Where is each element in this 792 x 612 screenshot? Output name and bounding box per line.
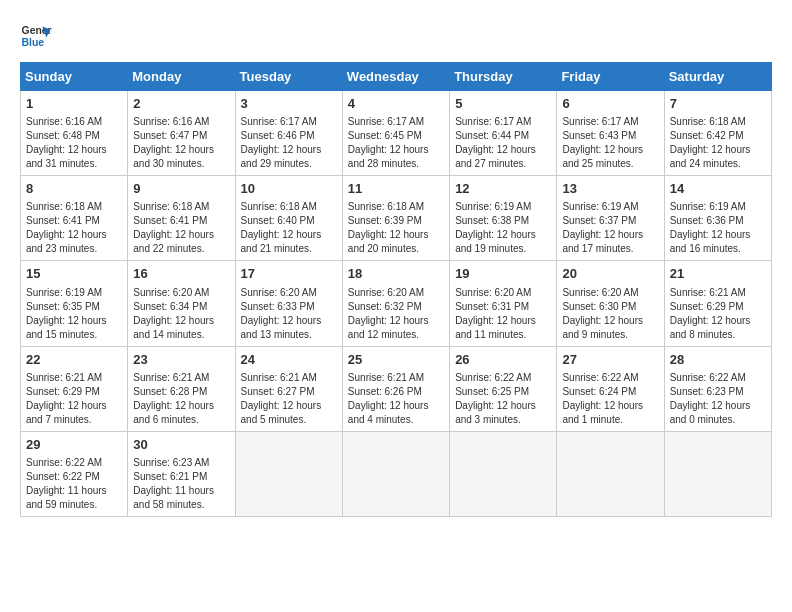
- day-number: 23: [133, 351, 229, 369]
- day-info: Sunrise: 6:16 AM Sunset: 6:47 PM Dayligh…: [133, 115, 229, 171]
- day-info: Sunrise: 6:20 AM Sunset: 6:30 PM Dayligh…: [562, 286, 658, 342]
- day-info: Sunrise: 6:18 AM Sunset: 6:39 PM Dayligh…: [348, 200, 444, 256]
- day-number: 22: [26, 351, 122, 369]
- day-cell-16: 16Sunrise: 6:20 AM Sunset: 6:34 PM Dayli…: [128, 261, 235, 346]
- calendar-week-row: 8Sunrise: 6:18 AM Sunset: 6:41 PM Daylig…: [21, 176, 772, 261]
- day-cell-29: 29Sunrise: 6:22 AM Sunset: 6:22 PM Dayli…: [21, 431, 128, 516]
- day-info: Sunrise: 6:18 AM Sunset: 6:41 PM Dayligh…: [26, 200, 122, 256]
- calendar-table: SundayMondayTuesdayWednesdayThursdayFrid…: [20, 62, 772, 517]
- day-info: Sunrise: 6:17 AM Sunset: 6:45 PM Dayligh…: [348, 115, 444, 171]
- day-cell-19: 19Sunrise: 6:20 AM Sunset: 6:31 PM Dayli…: [450, 261, 557, 346]
- day-info: Sunrise: 6:22 AM Sunset: 6:22 PM Dayligh…: [26, 456, 122, 512]
- day-info: Sunrise: 6:21 AM Sunset: 6:29 PM Dayligh…: [26, 371, 122, 427]
- day-info: Sunrise: 6:18 AM Sunset: 6:41 PM Dayligh…: [133, 200, 229, 256]
- col-header-sunday: Sunday: [21, 63, 128, 91]
- day-cell-4: 4Sunrise: 6:17 AM Sunset: 6:45 PM Daylig…: [342, 91, 449, 176]
- day-number: 17: [241, 265, 337, 283]
- calendar-week-row: 29Sunrise: 6:22 AM Sunset: 6:22 PM Dayli…: [21, 431, 772, 516]
- day-info: Sunrise: 6:21 AM Sunset: 6:29 PM Dayligh…: [670, 286, 766, 342]
- day-info: Sunrise: 6:18 AM Sunset: 6:42 PM Dayligh…: [670, 115, 766, 171]
- page-header: General Blue: [20, 20, 772, 52]
- day-cell-20: 20Sunrise: 6:20 AM Sunset: 6:30 PM Dayli…: [557, 261, 664, 346]
- day-cell-3: 3Sunrise: 6:17 AM Sunset: 6:46 PM Daylig…: [235, 91, 342, 176]
- day-number: 5: [455, 95, 551, 113]
- day-info: Sunrise: 6:21 AM Sunset: 6:26 PM Dayligh…: [348, 371, 444, 427]
- day-number: 19: [455, 265, 551, 283]
- day-cell-6: 6Sunrise: 6:17 AM Sunset: 6:43 PM Daylig…: [557, 91, 664, 176]
- col-header-wednesday: Wednesday: [342, 63, 449, 91]
- day-number: 6: [562, 95, 658, 113]
- day-number: 21: [670, 265, 766, 283]
- empty-cell: [450, 431, 557, 516]
- calendar-week-row: 15Sunrise: 6:19 AM Sunset: 6:35 PM Dayli…: [21, 261, 772, 346]
- logo-icon: General Blue: [20, 20, 52, 52]
- day-cell-7: 7Sunrise: 6:18 AM Sunset: 6:42 PM Daylig…: [664, 91, 771, 176]
- day-number: 30: [133, 436, 229, 454]
- day-number: 25: [348, 351, 444, 369]
- day-cell-1: 1Sunrise: 6:16 AM Sunset: 6:48 PM Daylig…: [21, 91, 128, 176]
- day-cell-27: 27Sunrise: 6:22 AM Sunset: 6:24 PM Dayli…: [557, 346, 664, 431]
- day-number: 7: [670, 95, 766, 113]
- day-info: Sunrise: 6:21 AM Sunset: 6:28 PM Dayligh…: [133, 371, 229, 427]
- empty-cell: [342, 431, 449, 516]
- day-info: Sunrise: 6:20 AM Sunset: 6:33 PM Dayligh…: [241, 286, 337, 342]
- day-info: Sunrise: 6:22 AM Sunset: 6:23 PM Dayligh…: [670, 371, 766, 427]
- day-number: 11: [348, 180, 444, 198]
- day-info: Sunrise: 6:17 AM Sunset: 6:46 PM Dayligh…: [241, 115, 337, 171]
- empty-cell: [557, 431, 664, 516]
- day-info: Sunrise: 6:17 AM Sunset: 6:44 PM Dayligh…: [455, 115, 551, 171]
- calendar-header-row: SundayMondayTuesdayWednesdayThursdayFrid…: [21, 63, 772, 91]
- day-number: 27: [562, 351, 658, 369]
- svg-text:Blue: Blue: [22, 37, 45, 48]
- day-cell-23: 23Sunrise: 6:21 AM Sunset: 6:28 PM Dayli…: [128, 346, 235, 431]
- day-cell-17: 17Sunrise: 6:20 AM Sunset: 6:33 PM Dayli…: [235, 261, 342, 346]
- day-number: 3: [241, 95, 337, 113]
- day-cell-8: 8Sunrise: 6:18 AM Sunset: 6:41 PM Daylig…: [21, 176, 128, 261]
- day-info: Sunrise: 6:20 AM Sunset: 6:31 PM Dayligh…: [455, 286, 551, 342]
- day-cell-28: 28Sunrise: 6:22 AM Sunset: 6:23 PM Dayli…: [664, 346, 771, 431]
- day-number: 16: [133, 265, 229, 283]
- day-number: 10: [241, 180, 337, 198]
- day-cell-14: 14Sunrise: 6:19 AM Sunset: 6:36 PM Dayli…: [664, 176, 771, 261]
- day-cell-22: 22Sunrise: 6:21 AM Sunset: 6:29 PM Dayli…: [21, 346, 128, 431]
- day-cell-18: 18Sunrise: 6:20 AM Sunset: 6:32 PM Dayli…: [342, 261, 449, 346]
- col-header-thursday: Thursday: [450, 63, 557, 91]
- calendar-body: 1Sunrise: 6:16 AM Sunset: 6:48 PM Daylig…: [21, 91, 772, 517]
- day-cell-12: 12Sunrise: 6:19 AM Sunset: 6:38 PM Dayli…: [450, 176, 557, 261]
- day-number: 12: [455, 180, 551, 198]
- day-number: 9: [133, 180, 229, 198]
- day-info: Sunrise: 6:20 AM Sunset: 6:32 PM Dayligh…: [348, 286, 444, 342]
- day-info: Sunrise: 6:17 AM Sunset: 6:43 PM Dayligh…: [562, 115, 658, 171]
- day-number: 14: [670, 180, 766, 198]
- day-cell-21: 21Sunrise: 6:21 AM Sunset: 6:29 PM Dayli…: [664, 261, 771, 346]
- day-cell-24: 24Sunrise: 6:21 AM Sunset: 6:27 PM Dayli…: [235, 346, 342, 431]
- day-cell-13: 13Sunrise: 6:19 AM Sunset: 6:37 PM Dayli…: [557, 176, 664, 261]
- col-header-saturday: Saturday: [664, 63, 771, 91]
- day-info: Sunrise: 6:19 AM Sunset: 6:38 PM Dayligh…: [455, 200, 551, 256]
- day-info: Sunrise: 6:22 AM Sunset: 6:24 PM Dayligh…: [562, 371, 658, 427]
- day-cell-26: 26Sunrise: 6:22 AM Sunset: 6:25 PM Dayli…: [450, 346, 557, 431]
- day-number: 2: [133, 95, 229, 113]
- day-info: Sunrise: 6:19 AM Sunset: 6:35 PM Dayligh…: [26, 286, 122, 342]
- day-number: 26: [455, 351, 551, 369]
- col-header-monday: Monday: [128, 63, 235, 91]
- day-number: 29: [26, 436, 122, 454]
- day-number: 18: [348, 265, 444, 283]
- empty-cell: [235, 431, 342, 516]
- day-number: 24: [241, 351, 337, 369]
- day-cell-15: 15Sunrise: 6:19 AM Sunset: 6:35 PM Dayli…: [21, 261, 128, 346]
- day-number: 1: [26, 95, 122, 113]
- col-header-friday: Friday: [557, 63, 664, 91]
- day-number: 13: [562, 180, 658, 198]
- day-info: Sunrise: 6:21 AM Sunset: 6:27 PM Dayligh…: [241, 371, 337, 427]
- day-info: Sunrise: 6:19 AM Sunset: 6:37 PM Dayligh…: [562, 200, 658, 256]
- logo: General Blue: [20, 20, 52, 52]
- day-cell-2: 2Sunrise: 6:16 AM Sunset: 6:47 PM Daylig…: [128, 91, 235, 176]
- day-cell-25: 25Sunrise: 6:21 AM Sunset: 6:26 PM Dayli…: [342, 346, 449, 431]
- day-cell-9: 9Sunrise: 6:18 AM Sunset: 6:41 PM Daylig…: [128, 176, 235, 261]
- day-number: 15: [26, 265, 122, 283]
- day-cell-10: 10Sunrise: 6:18 AM Sunset: 6:40 PM Dayli…: [235, 176, 342, 261]
- empty-cell: [664, 431, 771, 516]
- day-info: Sunrise: 6:20 AM Sunset: 6:34 PM Dayligh…: [133, 286, 229, 342]
- col-header-tuesday: Tuesday: [235, 63, 342, 91]
